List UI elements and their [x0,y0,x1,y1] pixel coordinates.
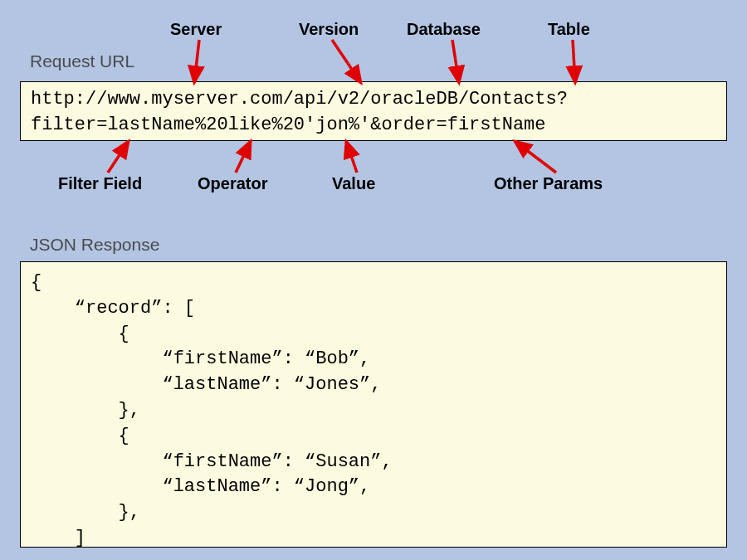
json-response-label: JSON Response [30,235,159,255]
anno-server: Server [170,20,222,39]
json-response-box: { “record”: [ { “firstName”: “Bob”, “las… [20,261,727,548]
svg-line-5 [236,141,251,173]
anno-version: Version [299,20,359,39]
svg-line-6 [346,141,357,173]
svg-line-2 [452,40,459,83]
anno-other-params: Other Params [494,174,603,193]
svg-line-0 [194,40,199,83]
diagram-canvas: Request URL JSON Response http://www.mys… [0,0,747,560]
anno-value: Value [332,174,375,193]
url-line2: filter=lastName%20like%20'jon%'&order=fi… [31,114,546,135]
svg-line-3 [573,40,575,83]
request-url-label: Request URL [30,51,134,71]
request-url-box: http://www.myserver.com/api/v2/oracleDB/… [20,81,727,141]
anno-operator: Operator [198,174,267,193]
anno-table: Table [548,20,590,39]
anno-database: Database [407,20,481,39]
svg-line-1 [332,40,361,83]
anno-filter-field: Filter Field [58,174,142,193]
svg-line-7 [515,141,556,173]
svg-line-4 [108,141,129,173]
url-line1: http://www.myserver.com/api/v2/oracleDB/… [31,89,568,110]
